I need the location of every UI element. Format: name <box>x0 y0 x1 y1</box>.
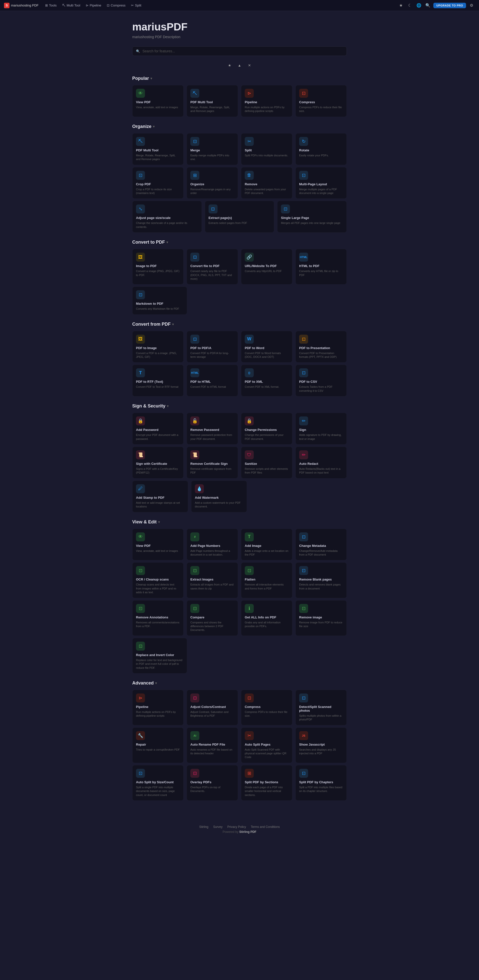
nav-multitool[interactable]: ⛏ Multi Tool <box>60 2 83 9</box>
up-icon[interactable]: ▲ <box>236 62 243 69</box>
card-get-all-info[interactable]: ℹ Get ALL Info on PDF Grabs any and all … <box>241 600 293 636</box>
card-remove-image[interactable]: ⊡ Remove image Remove image from PDF to … <box>295 600 347 636</box>
card-title: URL/Website To PDF <box>245 264 289 268</box>
card-pdf-to-html[interactable]: HTML PDF to HTML Convert PDF to HTML for… <box>186 364 238 396</box>
settings-icon-btn[interactable]: ⚙ <box>468 2 475 9</box>
card-desc: Merge, Rotate, Rearrange, Split, and Rem… <box>136 154 180 161</box>
card-remove-blank[interactable]: ⊡ Remove Blank pages Detects and removes… <box>295 562 347 598</box>
card-pipeline-adv[interactable]: ⊳ Pipeline Run multiple actions on PDFs … <box>132 690 184 725</box>
card-add-page-numbers[interactable]: # Add Page Numbers Add Page numbers thro… <box>186 529 238 560</box>
card-pdf-to-presentation[interactable]: ⊡ PDF to Presentation Convert PDF to Pre… <box>295 331 347 363</box>
card-file-to-pdf[interactable]: ⊡ Convert file to PDF Convert nearly any… <box>186 249 238 285</box>
card-multitool-org[interactable]: ⛏ PDF Multi Tool Merge, Rotate, Rearrang… <box>132 133 184 165</box>
card-repair[interactable]: 🔧 Repair Tries to repair a corrupt/broke… <box>132 727 184 763</box>
organize-row1: ⛏ PDF Multi Tool Merge, Rotate, Rearrang… <box>132 133 347 165</box>
advanced-row2: 🔧 Repair Tries to repair a corrupt/broke… <box>132 727 347 763</box>
organize-label: Organize <box>132 124 151 129</box>
card-remove[interactable]: 🗑 Remove Delete unwanted pages from your… <box>241 167 293 199</box>
card-html-to-pdf[interactable]: HTML HTML to PDF Converts any HTML file … <box>295 249 347 285</box>
card-detect-split-scanned[interactable]: ⊡ Detect/Split Scanned photos Splits mul… <box>295 690 347 725</box>
organize-chevron[interactable]: ▾ <box>153 125 155 129</box>
card-auto-rename[interactable]: AI Auto Rename PDF File Auto renames a P… <box>186 727 238 763</box>
card-compress-adv[interactable]: ⊡ Compress Compress PDFs to reduce their… <box>241 690 293 725</box>
card-sanitize[interactable]: 🛡 Sanitize Remove scripts and other elem… <box>241 447 293 479</box>
card-adjust-colors[interactable]: ⊡ Adjust Colors/Contrast Adjust Contrast… <box>186 690 238 725</box>
card-split-by-sections[interactable]: ⊞ Split PDF by Sections Divide each page… <box>241 765 293 801</box>
footer-link-survey[interactable]: Survey <box>213 825 223 829</box>
card-organize[interactable]: ⊞ Organize Remove/Rearrange pages in any… <box>186 167 238 199</box>
card-title: Change Permissions <box>245 428 289 432</box>
footer-link-privacy[interactable]: Privacy Policy <box>227 825 246 829</box>
sign-security-chevron[interactable]: ▾ <box>167 404 169 408</box>
card-rotate[interactable]: ↻ Rotate Easily rotate your PDFs. <box>295 133 347 165</box>
globe-icon-btn[interactable]: 🌐 <box>415 2 422 9</box>
card-split-org[interactable]: ✂ Split Split PDFs into multiple documen… <box>241 133 293 165</box>
card-overlay-pdfs[interactable]: ⊡ Overlay PDFs Overlays PDFs on-top of D… <box>186 765 238 801</box>
card-compress-popular[interactable]: ⊡ Compress Compress PDFs to reduce their… <box>295 85 347 117</box>
card-pdf-to-image[interactable]: 🖼 PDF to Image Convert a PDF to a image.… <box>132 331 184 363</box>
card-single-large[interactable]: ⊡ Single Large Page Merges all PDF pages… <box>277 201 347 233</box>
nav-pipeline[interactable]: ⊳ Pipeline <box>83 2 104 9</box>
card-multitool-popular[interactable]: ⛏ PDF Multi Tool Merge, Rotate, Rearrang… <box>186 85 238 117</box>
card-remove-password[interactable]: 🔓 Remove Password Remove password protec… <box>186 413 238 445</box>
card-pipeline-popular[interactable]: ⊳ Pipeline Run multiple actions on PDFs … <box>241 85 293 117</box>
card-pdf-to-word[interactable]: W PDF to Word Convert PDF to Word format… <box>241 331 293 363</box>
card-add-password[interactable]: 🔒 Add Password Encrypt your PDF document… <box>132 413 184 445</box>
card-pdf-to-rtf[interactable]: T PDF to RTF (Text) Convert PDF to Text … <box>132 364 184 396</box>
card-remove-cert-sign[interactable]: 📜 Remove Certificate Sign Remove certifi… <box>186 447 238 479</box>
card-remove-annotations[interactable]: ⊡ Remove Annotations Removes all comment… <box>132 600 184 636</box>
card-add-watermark[interactable]: 💧 Add Watermark Add a custom watermark t… <box>191 480 247 512</box>
card-add-image[interactable]: T Add Image Adds a image onto a set loca… <box>241 529 293 560</box>
nav-split[interactable]: ✂ Split <box>129 2 144 9</box>
card-change-metadata[interactable]: ⊡ Change Metadata Change/Remove/Add meta… <box>295 529 347 560</box>
search-icon-btn[interactable]: 🔍 <box>424 2 431 9</box>
view-edit-chevron[interactable]: ▾ <box>158 520 160 524</box>
card-pdf-to-pdfa[interactable]: ⊡ PDF to PDF/A Convert PDF to PDF/A for … <box>186 331 238 363</box>
advanced-chevron[interactable]: ▾ <box>155 681 157 685</box>
nav-tools[interactable]: ⊞ Tools <box>43 2 59 9</box>
convert-from-pdf-chevron[interactable]: ▾ <box>172 323 174 326</box>
search-input[interactable] <box>142 49 343 53</box>
nav-compress[interactable]: ⊡ Compress <box>104 2 128 9</box>
card-extract-pages[interactable]: ⊡ Extract page(s) Extracts select pages … <box>205 201 274 233</box>
card-auto-split-pages[interactable]: ✂ Auto Split Pages Auto Split Scanned PD… <box>241 727 293 763</box>
star-section-icon[interactable]: ★ <box>226 62 233 69</box>
footer-link-stirling[interactable]: Stirling <box>199 825 208 829</box>
card-split-by-chapters[interactable]: ⊡ Split PDF by Chapters Split a PDF into… <box>295 765 347 801</box>
auto-split-size-icon: ⊡ <box>136 769 145 778</box>
pdf-to-xml-icon: {} <box>245 368 254 377</box>
card-adjust-size[interactable]: ⤡ Adjust page size/scale Change the size… <box>132 201 202 233</box>
card-image-to-pdf[interactable]: 🖼 Image to PDF Convert a image (PNG, JPE… <box>132 249 184 285</box>
star-icon-btn[interactable]: ★ <box>398 2 404 9</box>
card-view-pdf-ve[interactable]: 👁 View PDF View, annotate, add text or i… <box>132 529 184 560</box>
card-sign-cert[interactable]: 📜 Sign with Certificate Signs a PDF with… <box>132 447 184 479</box>
card-crop[interactable]: ⊡ Crop PDF Crop a PDF to reduce its size… <box>132 167 184 199</box>
card-url-to-pdf[interactable]: 🔗 URL/Website To PDF Converts any http/U… <box>241 249 293 285</box>
card-add-stamp[interactable]: 🖊 Add Stamp to PDF Add text or add image… <box>132 480 188 512</box>
card-ocr[interactable]: ⊡ OCR / Cleanup scans Cleanup scans and … <box>132 562 184 598</box>
upgrade-button[interactable]: UPGRADE TO PRO <box>433 3 466 8</box>
card-change-permissions[interactable]: 🔒 Change Permissions Change the permissi… <box>241 413 293 445</box>
footer-link-terms[interactable]: Terms and Conditions <box>251 825 280 829</box>
card-markdown-to-pdf[interactable]: ⊡ Markdown to PDF Converts any Markdown … <box>132 286 187 315</box>
card-replace-invert-color[interactable]: ⊡ Replace and Invert Color Replace color… <box>132 638 187 673</box>
moon-icon-btn[interactable]: ☾ <box>406 2 414 9</box>
card-sign[interactable]: ✏ Sign Adds signature to PDF by drawing,… <box>295 413 347 445</box>
card-flatten[interactable]: ⊡ Flatten Remove all interactive element… <box>241 562 293 598</box>
card-pdf-to-xml[interactable]: {} PDF to XML Convert PDF to XML format. <box>241 364 293 396</box>
card-extract-images[interactable]: ⊡ Extract Images Extracts all images fro… <box>186 562 238 598</box>
popular-chevron[interactable]: ▾ <box>150 76 152 80</box>
card-pdf-to-csv[interactable]: ⊡ PDF to CSV Extracts Tables from a PDF … <box>295 364 347 396</box>
card-auto-redact[interactable]: ✏ Auto Redact Auto Redacts(Blacks out) t… <box>295 447 347 479</box>
card-view-pdf-popular[interactable]: 👁 View PDF View, annotate, add text or i… <box>132 85 184 117</box>
card-merge[interactable]: ⊡ Merge Easily merge multiple PDFs into … <box>186 133 238 165</box>
card-multipage[interactable]: ⊡ Multi-Page Layout Merge multiple pages… <box>295 167 347 199</box>
convert-to-pdf-chevron[interactable]: ▾ <box>166 240 168 244</box>
card-auto-split-size[interactable]: ⊡ Auto Split by Size/Count Split a singl… <box>132 765 184 801</box>
card-show-javascript[interactable]: JS Show Javascript Searches and displays… <box>295 727 347 763</box>
close-icon[interactable]: ✕ <box>246 62 253 69</box>
logo[interactable]: S mariushosting PDF <box>4 3 39 8</box>
card-compare[interactable]: ⊡ Compare Compares and shows the differe… <box>186 600 238 636</box>
card-desc: Delete unwanted pages from your PDF docu… <box>245 188 289 195</box>
compress-icon: ⊡ <box>107 3 110 7</box>
